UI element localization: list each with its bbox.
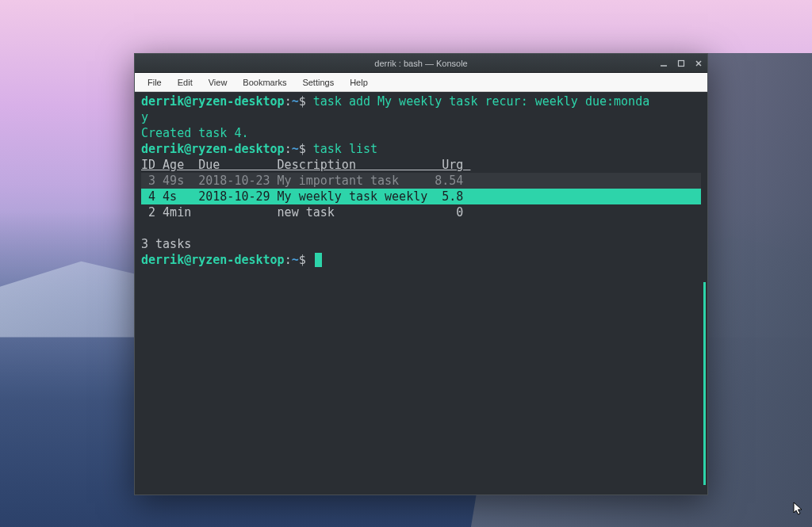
window-title: derrik : bash — Konsole — [374, 59, 467, 68]
table-row: 2 4min new task 0 — [141, 204, 701, 220]
menu-bar: File Edit View Bookmarks Settings Help — [135, 73, 707, 92]
command-2: task list — [306, 142, 377, 156]
terminal-content[interactable]: derrik@ryzen-desktop:~$ task add My week… — [135, 92, 707, 495]
close-button[interactable] — [693, 58, 704, 69]
prompt-path: ~ — [292, 94, 299, 109]
mouse-cursor-icon — [793, 502, 804, 519]
menu-help[interactable]: Help — [342, 75, 376, 90]
blank-line-2 — [141, 220, 701, 236]
table-row: 3 49s 2018-10-23 My important task 8.54 — [141, 173, 701, 189]
minimize-button[interactable] — [658, 58, 669, 69]
prompt-userhost: derrik@ryzen-desktop — [141, 94, 285, 109]
output-created: Created task 4. — [141, 125, 701, 141]
menu-view[interactable]: View — [201, 75, 236, 90]
window-controls — [658, 58, 704, 69]
svg-rect-1 — [679, 60, 684, 66]
scrollbar-indicator[interactable] — [703, 282, 706, 485]
prompt-line-2: derrik@ryzen-desktop:~$ task list — [141, 141, 701, 157]
table-row: 4 4s 2018-10-29 My weekly task weekly 5.… — [141, 189, 701, 204]
maximize-button[interactable] — [676, 58, 687, 69]
menu-bookmarks[interactable]: Bookmarks — [235, 75, 294, 90]
command-1: task add My weekly task recur: weekly du… — [306, 94, 649, 109]
menu-file[interactable]: File — [140, 75, 170, 90]
terminal-cursor — [315, 253, 322, 267]
menu-edit[interactable]: Edit — [170, 75, 201, 90]
terminal-window: derrik : bash — Konsole File Edit View B… — [134, 53, 708, 495]
menu-settings[interactable]: Settings — [294, 75, 342, 90]
table-header: ID Age Due Description Urg — [141, 157, 701, 173]
prompt-line-3: derrik@ryzen-desktop:~$ — [141, 252, 701, 268]
task-summary: 3 tasks — [141, 236, 701, 252]
prompt-line-1: derrik@ryzen-desktop:~$ task add My week… — [141, 94, 701, 109]
command-1-wrap: y — [141, 109, 701, 125]
window-titlebar[interactable]: derrik : bash — Konsole — [135, 54, 707, 73]
